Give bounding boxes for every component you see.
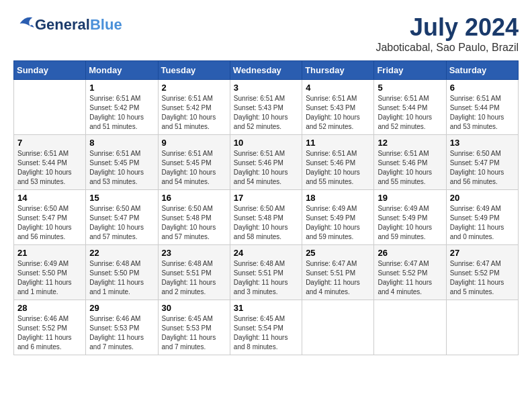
calendar-cell: 23Sunrise: 6:48 AM Sunset: 5:51 PM Dayli… (158, 245, 230, 300)
logo: GeneralBlue (13, 13, 122, 36)
logo-text: GeneralBlue (35, 17, 122, 33)
title-block: July 2024 Jaboticabal, Sao Paulo, Brazil (375, 13, 519, 54)
header-row: SundayMondayTuesdayWednesdayThursdayFrid… (14, 61, 519, 80)
day-number: 24 (234, 248, 298, 258)
day-info: Sunrise: 6:51 AM Sunset: 5:44 PM Dayligh… (378, 94, 442, 132)
day-number: 2 (162, 83, 226, 93)
calendar-cell: 18Sunrise: 6:49 AM Sunset: 5:49 PM Dayli… (302, 190, 374, 245)
day-info: Sunrise: 6:51 AM Sunset: 5:46 PM Dayligh… (306, 149, 370, 187)
day-info: Sunrise: 6:50 AM Sunset: 5:47 PM Dayligh… (89, 204, 154, 242)
calendar-cell: 1Sunrise: 6:51 AM Sunset: 5:42 PM Daylig… (86, 80, 158, 135)
day-info: Sunrise: 6:47 AM Sunset: 5:52 PM Dayligh… (378, 259, 442, 297)
logo-bird-icon (15, 13, 35, 34)
day-number: 9 (162, 138, 226, 148)
day-number: 15 (89, 193, 154, 203)
day-number: 22 (89, 248, 154, 258)
day-number: 31 (234, 303, 298, 313)
day-number: 17 (234, 193, 298, 203)
calendar-cell: 21Sunrise: 6:49 AM Sunset: 5:50 PM Dayli… (14, 245, 86, 300)
column-header-thursday: Thursday (302, 61, 374, 80)
day-info: Sunrise: 6:51 AM Sunset: 5:42 PM Dayligh… (162, 94, 226, 132)
column-header-friday: Friday (374, 61, 446, 80)
day-info: Sunrise: 6:46 AM Sunset: 5:52 PM Dayligh… (17, 314, 82, 352)
calendar-cell: 3Sunrise: 6:51 AM Sunset: 5:43 PM Daylig… (230, 80, 302, 135)
day-info: Sunrise: 6:51 AM Sunset: 5:46 PM Dayligh… (378, 149, 442, 187)
calendar-cell: 9Sunrise: 6:51 AM Sunset: 5:45 PM Daylig… (158, 135, 230, 190)
day-number: 26 (378, 248, 442, 258)
calendar-cell (302, 300, 374, 355)
calendar-cell: 25Sunrise: 6:47 AM Sunset: 5:51 PM Dayli… (302, 245, 374, 300)
calendar-cell: 5Sunrise: 6:51 AM Sunset: 5:44 PM Daylig… (374, 80, 446, 135)
calendar-header: SundayMondayTuesdayWednesdayThursdayFrid… (14, 61, 519, 80)
calendar-cell: 31Sunrise: 6:45 AM Sunset: 5:54 PM Dayli… (230, 300, 302, 355)
day-info: Sunrise: 6:49 AM Sunset: 5:50 PM Dayligh… (17, 259, 82, 297)
day-number: 27 (450, 248, 515, 258)
day-info: Sunrise: 6:51 AM Sunset: 5:44 PM Dayligh… (17, 149, 82, 187)
day-number: 7 (17, 138, 82, 148)
day-number: 28 (17, 303, 82, 313)
day-number: 29 (89, 303, 154, 313)
day-info: Sunrise: 6:50 AM Sunset: 5:48 PM Dayligh… (162, 204, 226, 242)
day-info: Sunrise: 6:51 AM Sunset: 5:42 PM Dayligh… (89, 94, 154, 132)
day-number: 14 (17, 193, 82, 203)
day-info: Sunrise: 6:49 AM Sunset: 5:49 PM Dayligh… (378, 204, 442, 242)
column-header-saturday: Saturday (446, 61, 518, 80)
location: Jaboticabal, Sao Paulo, Brazil (375, 42, 519, 54)
calendar-cell (14, 80, 86, 135)
day-number: 8 (89, 138, 154, 148)
day-info: Sunrise: 6:50 AM Sunset: 5:47 PM Dayligh… (17, 204, 82, 242)
day-number: 19 (378, 193, 442, 203)
calendar-cell: 28Sunrise: 6:46 AM Sunset: 5:52 PM Dayli… (14, 300, 86, 355)
calendar-week-3: 14Sunrise: 6:50 AM Sunset: 5:47 PM Dayli… (14, 190, 519, 245)
day-number: 11 (306, 138, 370, 148)
calendar-cell: 22Sunrise: 6:48 AM Sunset: 5:50 PM Dayli… (86, 245, 158, 300)
calendar-cell: 14Sunrise: 6:50 AM Sunset: 5:47 PM Dayli… (14, 190, 86, 245)
day-info: Sunrise: 6:46 AM Sunset: 5:53 PM Dayligh… (89, 314, 154, 352)
day-number: 16 (162, 193, 226, 203)
day-info: Sunrise: 6:47 AM Sunset: 5:52 PM Dayligh… (450, 259, 515, 297)
day-number: 10 (234, 138, 298, 148)
day-number: 21 (17, 248, 82, 258)
day-info: Sunrise: 6:51 AM Sunset: 5:43 PM Dayligh… (306, 94, 370, 132)
calendar-cell: 30Sunrise: 6:45 AM Sunset: 5:53 PM Dayli… (158, 300, 230, 355)
calendar-cell: 15Sunrise: 6:50 AM Sunset: 5:47 PM Dayli… (86, 190, 158, 245)
day-number: 23 (162, 248, 226, 258)
calendar-cell: 16Sunrise: 6:50 AM Sunset: 5:48 PM Dayli… (158, 190, 230, 245)
day-info: Sunrise: 6:45 AM Sunset: 5:53 PM Dayligh… (162, 314, 226, 352)
calendar-week-5: 28Sunrise: 6:46 AM Sunset: 5:52 PM Dayli… (14, 300, 519, 355)
calendar-cell: 11Sunrise: 6:51 AM Sunset: 5:46 PM Dayli… (302, 135, 374, 190)
day-info: Sunrise: 6:49 AM Sunset: 5:49 PM Dayligh… (450, 204, 515, 242)
day-info: Sunrise: 6:48 AM Sunset: 5:51 PM Dayligh… (234, 259, 298, 297)
calendar-cell (374, 300, 446, 355)
calendar-week-4: 21Sunrise: 6:49 AM Sunset: 5:50 PM Dayli… (14, 245, 519, 300)
calendar-cell: 10Sunrise: 6:51 AM Sunset: 5:46 PM Dayli… (230, 135, 302, 190)
day-number: 5 (378, 83, 442, 93)
calendar-cell: 17Sunrise: 6:50 AM Sunset: 5:48 PM Dayli… (230, 190, 302, 245)
column-header-wednesday: Wednesday (230, 61, 302, 80)
day-number: 25 (306, 248, 370, 258)
column-header-monday: Monday (86, 61, 158, 80)
day-number: 30 (162, 303, 226, 313)
calendar-cell: 29Sunrise: 6:46 AM Sunset: 5:53 PM Dayli… (86, 300, 158, 355)
day-info: Sunrise: 6:48 AM Sunset: 5:51 PM Dayligh… (162, 259, 226, 297)
page-header: GeneralBlue July 2024 Jaboticabal, Sao P… (13, 13, 519, 54)
day-info: Sunrise: 6:45 AM Sunset: 5:54 PM Dayligh… (234, 314, 298, 352)
calendar-cell: 24Sunrise: 6:48 AM Sunset: 5:51 PM Dayli… (230, 245, 302, 300)
day-info: Sunrise: 6:51 AM Sunset: 5:44 PM Dayligh… (450, 94, 515, 132)
calendar-body: 1Sunrise: 6:51 AM Sunset: 5:42 PM Daylig… (14, 80, 519, 355)
day-number: 12 (378, 138, 442, 148)
calendar-cell: 20Sunrise: 6:49 AM Sunset: 5:49 PM Dayli… (446, 190, 518, 245)
column-header-tuesday: Tuesday (158, 61, 230, 80)
calendar-cell: 4Sunrise: 6:51 AM Sunset: 5:43 PM Daylig… (302, 80, 374, 135)
day-info: Sunrise: 6:48 AM Sunset: 5:50 PM Dayligh… (89, 259, 154, 297)
day-info: Sunrise: 6:51 AM Sunset: 5:43 PM Dayligh… (234, 94, 298, 132)
calendar-cell: 2Sunrise: 6:51 AM Sunset: 5:42 PM Daylig… (158, 80, 230, 135)
day-number: 13 (450, 138, 515, 148)
column-header-sunday: Sunday (14, 61, 86, 80)
day-info: Sunrise: 6:50 AM Sunset: 5:47 PM Dayligh… (450, 149, 515, 187)
calendar-cell: 6Sunrise: 6:51 AM Sunset: 5:44 PM Daylig… (446, 80, 518, 135)
calendar-cell: 13Sunrise: 6:50 AM Sunset: 5:47 PM Dayli… (446, 135, 518, 190)
calendar-cell: 26Sunrise: 6:47 AM Sunset: 5:52 PM Dayli… (374, 245, 446, 300)
day-info: Sunrise: 6:49 AM Sunset: 5:49 PM Dayligh… (306, 204, 370, 242)
day-number: 1 (89, 83, 154, 93)
